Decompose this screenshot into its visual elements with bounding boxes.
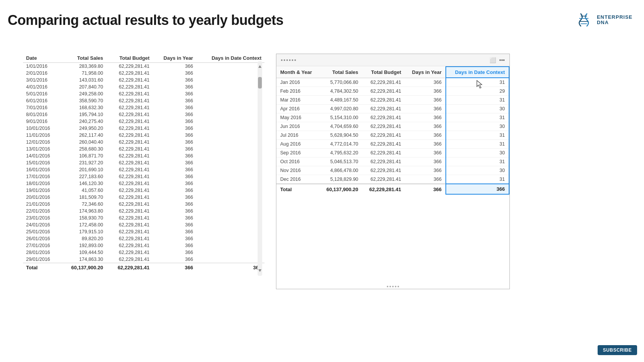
col-total-budget: Total Budget (106, 54, 153, 63)
left-table-cell: 240,275.40 (60, 118, 106, 125)
left-table-cell: 1 (196, 152, 264, 159)
left-table-cell: 1 (196, 249, 264, 256)
right-table-cell: Sep 2016 (276, 149, 319, 157)
left-table-cell: 1 (196, 256, 264, 263)
right-table-cell: 366 (405, 122, 445, 131)
logo-text: ENTERPRISE DNA (597, 15, 632, 26)
left-table-cell: 106,871.70 (60, 152, 106, 159)
left-table: Date Total Sales Total Budget Days in Ye… (23, 54, 264, 272)
right-table-cell: 29 (446, 87, 509, 96)
resize-dot-1 (387, 286, 388, 287)
left-table-cell: 366 (153, 180, 196, 187)
left-table-cell: 13/01/2016 (23, 146, 60, 152)
left-table-cell: 24/01/2016 (23, 221, 60, 228)
right-table-row: Dec 20165,128,829.9062,229,281.4136631 (276, 175, 509, 184)
left-table-cell: 1 (196, 84, 264, 90)
right-table-cell: 366 (405, 105, 445, 113)
left-table-cell: 172,458.00 (60, 221, 106, 228)
right-table-cell: 366 (405, 131, 445, 140)
left-table-cell: 1 (196, 139, 264, 146)
left-table-cell: 62,229,281.41 (106, 70, 153, 77)
left-table-cell: 366 (153, 118, 196, 125)
left-total-label: Total (23, 263, 60, 272)
left-table-row: 14/01/2016106,871.7062,229,281.413661 (23, 152, 264, 159)
scroll-arrow-down[interactable] (258, 269, 261, 272)
left-table-cell: 366 (153, 90, 196, 97)
right-table-cell: Apr 2016 (276, 105, 319, 113)
left-table-row: 26/01/201689,820.2062,229,281.413661 (23, 235, 264, 242)
resize-dot-4 (395, 286, 396, 287)
left-table-cell: 62,229,281.41 (106, 228, 153, 235)
left-table-cell: 207,840.70 (60, 84, 106, 90)
right-total-days-context: 366 (446, 184, 509, 194)
left-table-cell: 1 (196, 77, 264, 84)
panel-drag-handle[interactable] (281, 59, 296, 61)
left-table-cell: 1 (196, 118, 264, 125)
scroll-arrow-up[interactable] (258, 65, 261, 68)
left-table-cell: 25/01/2016 (23, 228, 60, 235)
left-table-cell: 1 (196, 111, 264, 118)
left-table-cell: 20/01/2016 (23, 194, 60, 201)
left-table-cell: 62,229,281.41 (106, 132, 153, 139)
left-table-cell: 1 (196, 166, 264, 173)
left-table-total-row: Total 60,137,900.20 62,229,281.41 366 36… (23, 263, 264, 272)
right-total-sales: 60,137,900.20 (319, 184, 362, 194)
subscribe-button[interactable]: SUBSCRIBE (598, 345, 637, 355)
left-table-cell: 62,229,281.41 (106, 256, 153, 263)
handle-dot-5 (292, 59, 293, 61)
left-table-cell: 62,229,281.41 (106, 63, 153, 70)
left-table-cell: 62,229,281.41 (106, 84, 153, 90)
left-table-cell: 62,229,281.41 (106, 235, 153, 242)
left-table-cell: 62,229,281.41 (106, 194, 153, 201)
right-table-cell: 4,997,020.80 (319, 105, 362, 113)
page-title: Comparing actual results to yearly budge… (8, 12, 283, 28)
left-table-cell: 1 (196, 173, 264, 180)
left-table-cell: 62,229,281.41 (106, 221, 153, 228)
right-table-cell: Nov 2016 (276, 166, 319, 175)
left-table-cell: 366 (153, 166, 196, 173)
right-table-cell: Jul 2016 (276, 131, 319, 140)
more-options-icon[interactable]: ••• (499, 57, 505, 63)
left-table-cell: 109,444.50 (60, 249, 106, 256)
left-table-cell: 62,229,281.41 (106, 166, 153, 173)
left-table-row: 28/01/2016109,444.5062,229,281.413661 (23, 249, 264, 256)
expand-icon[interactable]: ⬜ (490, 57, 496, 63)
left-table-cell: 1 (196, 104, 264, 111)
right-table-cell: 31 (446, 175, 509, 184)
scroll-bar[interactable] (258, 61, 262, 276)
left-table-cell: 262,117.40 (60, 132, 106, 139)
left-table-cell: 146,120.30 (60, 180, 106, 187)
right-table-cell: Dec 2016 (276, 175, 319, 184)
left-table-cell: 26/01/2016 (23, 235, 60, 242)
left-table-cell: 15/01/2016 (23, 159, 60, 166)
left-table-cell: 366 (153, 249, 196, 256)
left-table-cell: 41,057.60 (60, 187, 106, 194)
left-table-cell: 62,229,281.41 (106, 249, 153, 256)
left-table-row: 21/01/201672,346.6062,229,281.413661 (23, 201, 264, 208)
right-table-cell: 366 (405, 113, 445, 122)
left-table-cell: 16/01/2016 (23, 166, 60, 173)
left-table-cell: 1 (196, 228, 264, 235)
right-table-cell: 31 (446, 78, 509, 87)
left-total-days-year: 366 (153, 263, 196, 272)
right-table-row: Feb 20164,784,302.5062,229,281.4136629 (276, 87, 509, 96)
right-table-row: Jun 20164,704,659.6062,229,281.4136630 (276, 122, 509, 131)
right-table-total-row: Total 60,137,900.20 62,229,281.41 366 36… (276, 184, 509, 194)
left-table-cell: 366 (153, 221, 196, 228)
right-table-cell: Aug 2016 (276, 140, 319, 149)
left-table-cell: 260,040.40 (60, 139, 106, 146)
scroll-thumb[interactable] (258, 77, 262, 88)
left-table-row: 5/01/2016249,258.0062,229,281.413661 (23, 90, 264, 97)
left-table-row: 10/01/2016249,950.2062,229,281.413661 (23, 125, 264, 132)
left-table-row: 12/01/2016260,040.4062,229,281.413661 (23, 139, 264, 146)
right-table-cell: 30 (446, 166, 509, 175)
left-total-budget: 62,229,281.41 (106, 263, 153, 272)
left-table-cell: 195,794.10 (60, 111, 106, 118)
resize-dot-3 (392, 286, 394, 287)
left-table-cell: 143,031.60 (60, 77, 106, 84)
left-table-cell: 366 (153, 173, 196, 180)
right-table-cell: 366 (405, 166, 445, 175)
left-table-cell: 181,509.70 (60, 194, 106, 201)
right-table-row: Aug 20164,772,014.7062,229,281.4136631 (276, 140, 509, 149)
right-table-cell: 62,229,281.41 (362, 157, 405, 166)
